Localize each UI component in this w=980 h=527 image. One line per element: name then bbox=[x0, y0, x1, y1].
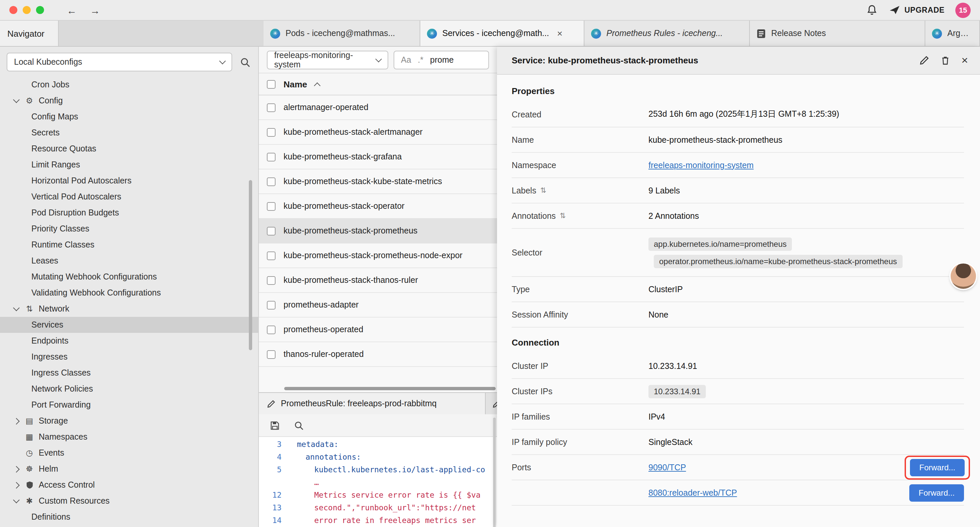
row-checkbox[interactable] bbox=[267, 177, 275, 186]
kubeconfig-selector[interactable]: Local Kubeconfigs bbox=[7, 53, 232, 72]
row-checkbox[interactable] bbox=[267, 276, 275, 285]
forward-button[interactable]: Forward... bbox=[909, 484, 964, 502]
edit-service-icon[interactable] bbox=[919, 56, 929, 65]
close-drawer-icon[interactable]: × bbox=[961, 55, 968, 66]
service-row-kube-prometheus-stack-operator[interactable]: kube-prometheus-stack-operator bbox=[259, 194, 497, 219]
sidebar-item-custom-resources[interactable]: ✱Custom Resources bbox=[0, 493, 258, 509]
list-search-input[interactable]: Aa .* prome bbox=[394, 50, 489, 69]
namespace-link[interactable]: freeleaps-monitoring-system bbox=[648, 161, 754, 170]
namespace-filter-select[interactable]: freeleaps-monitoring-system bbox=[267, 50, 388, 69]
service-row-kube-prometheus-stack-kube-state-metrics[interactable]: kube-prometheus-stack-kube-state-metrics bbox=[259, 169, 497, 194]
forward-button[interactable]: Forward... bbox=[910, 459, 965, 476]
sort-updown-icon[interactable]: ⇅ bbox=[560, 212, 566, 220]
service-row-kube-prometheus-stack-prometheus-node-expor[interactable]: kube-prometheus-stack-prometheus-node-ex… bbox=[259, 244, 497, 268]
yaml-editor[interactable]: 3metadata:4annotations:5kubectl.kubernet… bbox=[259, 437, 497, 527]
sidebar-item-leases[interactable]: Leases bbox=[0, 253, 258, 269]
forward-button[interactable]: → bbox=[90, 5, 100, 15]
sidebar-item-config[interactable]: ⚙Config bbox=[0, 93, 258, 109]
sidebar-search-icon[interactable] bbox=[238, 57, 251, 67]
sidebar-item-ingress-classes[interactable]: Ingress Classes bbox=[0, 365, 258, 381]
sidebar-item-pod-disruption-budgets[interactable]: Pod Disruption Budgets bbox=[0, 205, 258, 221]
row-checkbox[interactable] bbox=[267, 251, 275, 260]
service-row-kube-prometheus-stack-grafana[interactable]: kube-prometheus-stack-grafana bbox=[259, 145, 497, 169]
services-list-panel: freeleaps-monitoring-system Aa .* prome … bbox=[259, 47, 497, 527]
sidebar-item-helm[interactable]: ☸Helm bbox=[0, 461, 258, 477]
sidebar-scrollbar-thumb[interactable] bbox=[249, 180, 252, 350]
sidebar-item-secrets[interactable]: Secrets bbox=[0, 125, 258, 141]
notification-count-badge[interactable]: 15 bbox=[955, 2, 970, 18]
service-row-kube-prometheus-stack-thanos-ruler[interactable]: kube-prometheus-stack-thanos-ruler bbox=[259, 268, 497, 293]
regex-toggle[interactable]: .* bbox=[418, 55, 424, 64]
service-row-prometheus-operated[interactable]: prometheus-operated bbox=[259, 318, 497, 342]
name-column-header[interactable]: Name bbox=[283, 79, 307, 89]
tab-argo-se[interactable]: ✳Argo Se bbox=[925, 21, 980, 46]
back-button[interactable]: ← bbox=[67, 5, 77, 15]
editor-search-icon[interactable] bbox=[292, 420, 305, 430]
sidebar-item-network-policies[interactable]: Network Policies bbox=[0, 381, 258, 397]
service-row-kube-prometheus-stack-prometheus[interactable]: kube-prometheus-stack-prometheus bbox=[259, 219, 497, 244]
port-link[interactable]: 9090/TCP bbox=[648, 463, 686, 472]
row-checkbox[interactable] bbox=[267, 350, 275, 358]
close-tab-icon[interactable]: × bbox=[557, 28, 562, 39]
tab-release-notes[interactable]: Release Notes bbox=[750, 21, 925, 46]
sidebar-item-network[interactable]: ⇅Network bbox=[0, 301, 258, 317]
notifications-bell-icon[interactable] bbox=[865, 5, 878, 15]
tab-label: Argo Se bbox=[947, 29, 973, 38]
sidebar-item-limit-ranges[interactable]: Limit Ranges bbox=[0, 157, 258, 173]
sidebar-item-access-control[interactable]: Access Control bbox=[0, 477, 258, 493]
sidebar-item-endpoints[interactable]: Endpoints bbox=[0, 333, 258, 349]
delete-service-icon[interactable] bbox=[941, 56, 950, 65]
row-checkbox[interactable] bbox=[267, 103, 275, 112]
avatar[interactable] bbox=[951, 263, 976, 289]
sidebar-item-priority-classes[interactable]: Priority Classes bbox=[0, 221, 258, 237]
detail-row-cluster-ips: Cluster IPs10.233.14.91 bbox=[512, 379, 964, 404]
sidebar-item-cron-jobs[interactable]: Cron Jobs bbox=[0, 77, 258, 93]
horizontal-scrollbar-thumb[interactable] bbox=[284, 387, 496, 390]
sidebar-item-events[interactable]: ◷Events bbox=[0, 445, 258, 461]
sidebar-item-vertical-pod-autoscalers[interactable]: Vertical Pod Autoscalers bbox=[0, 189, 258, 205]
sidebar-item-horizontal-pod-autoscalers[interactable]: Horizontal Pod Autoscalers bbox=[0, 173, 258, 189]
service-row-thanos-ruler-operated[interactable]: thanos-ruler-operated bbox=[259, 342, 497, 367]
sidebar-item-namespaces[interactable]: ▦Namespaces bbox=[0, 429, 258, 445]
application-window: ← → UPGRADE 15 Navigator ✳Pods - icechen… bbox=[0, 0, 980, 527]
sidebar-item-runtime-classes[interactable]: Runtime Classes bbox=[0, 237, 258, 253]
detail-label: IP families bbox=[512, 412, 648, 421]
row-checkbox[interactable] bbox=[267, 226, 275, 235]
tab-label: Services - icecheng@math... bbox=[442, 29, 549, 38]
vertical-scrollbar-track[interactable] bbox=[493, 417, 496, 527]
sidebar-item-ingresses[interactable]: Ingresses bbox=[0, 349, 258, 365]
detail-label-text: Selector bbox=[512, 248, 542, 257]
row-checkbox[interactable] bbox=[267, 153, 275, 161]
service-row-prometheus-adapter[interactable]: prometheus-adapter bbox=[259, 293, 497, 318]
save-icon[interactable] bbox=[268, 420, 282, 430]
sidebar-item-config-maps[interactable]: Config Maps bbox=[0, 109, 258, 125]
tab-services-icecheng-math[interactable]: ✳Services - icecheng@math...× bbox=[420, 21, 584, 46]
sidebar-item-resource-quotas[interactable]: Resource Quotas bbox=[0, 141, 258, 157]
upgrade-button[interactable]: UPGRADE bbox=[889, 5, 945, 15]
row-checkbox[interactable] bbox=[267, 128, 275, 137]
close-window-button[interactable] bbox=[10, 6, 18, 14]
row-checkbox[interactable] bbox=[267, 325, 275, 334]
sort-updown-icon[interactable]: ⇅ bbox=[540, 186, 546, 195]
select-all-checkbox[interactable] bbox=[267, 80, 275, 88]
row-checkbox[interactable] bbox=[267, 202, 275, 210]
sidebar-item-storage[interactable]: ▤Storage bbox=[0, 413, 258, 429]
sidebar-item-validating-webhook-configurations[interactable]: Validating Webhook Configurations bbox=[0, 285, 258, 301]
sidebar-item-label: Custom Resources bbox=[39, 496, 110, 506]
sidebar-item-port-forwarding[interactable]: Port Forwarding bbox=[0, 397, 258, 413]
tab-prometheus-rules-icecheng[interactable]: ✳Prometheus Rules - icecheng... bbox=[584, 21, 750, 46]
port-link[interactable]: 8080:reloader-web/TCP bbox=[648, 488, 737, 497]
tab-pods-icecheng-mathmas[interactable]: ✳Pods - icecheng@mathmas... bbox=[264, 21, 420, 46]
editor-tab-prometheusrule[interactable]: PrometheusRule: freeleaps-prod-rabbitmq bbox=[259, 393, 486, 414]
section-heading-connection: Connection bbox=[512, 328, 964, 353]
row-checkbox[interactable] bbox=[267, 301, 275, 309]
match-case-toggle[interactable]: Aa bbox=[401, 55, 411, 64]
service-row-alertmanager-operated[interactable]: alertmanager-operated bbox=[259, 96, 497, 120]
minimize-window-button[interactable] bbox=[23, 6, 31, 14]
service-row-kube-prometheus-stack-alertmanager[interactable]: kube-prometheus-stack-alertmanager bbox=[259, 120, 497, 145]
sidebar-item-definitions[interactable]: Definitions bbox=[0, 509, 258, 525]
editor-tab-partial[interactable] bbox=[486, 393, 497, 414]
zoom-window-button[interactable] bbox=[36, 6, 44, 14]
sidebar-item-mutating-webhook-configurations[interactable]: Mutating Webhook Configurations bbox=[0, 269, 258, 285]
sidebar-item-services[interactable]: Services bbox=[0, 317, 258, 333]
